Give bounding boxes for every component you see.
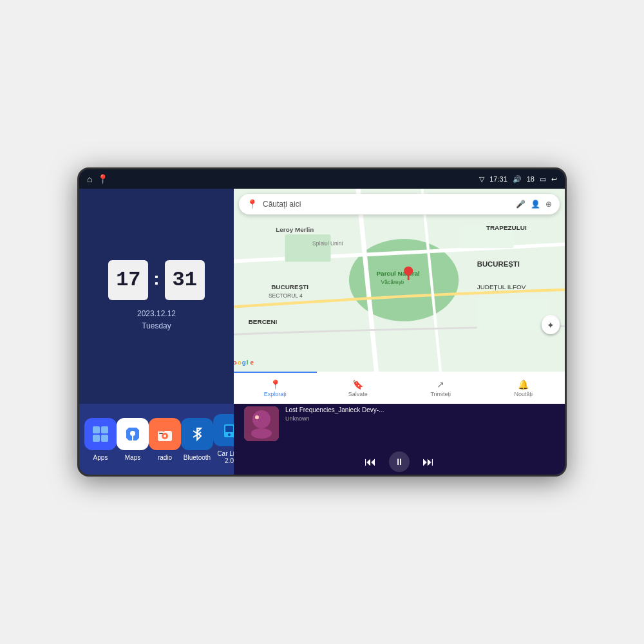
svg-text:BUCUREȘTI: BUCUREȘTI [271,283,308,290]
news-label: Noutăți [514,391,533,397]
svg-point-38 [251,428,272,439]
app-item-apps[interactable]: Apps [84,418,117,461]
svg-text:l: l [247,359,249,366]
bluetooth-label: Bluetooth [184,454,211,461]
music-player: Lost Frequencies_Janieck Devy-... Unknow… [234,404,565,475]
music-album-art [244,406,279,441]
apps-left: Apps Maps [79,414,234,464]
svg-text:TRAPEZULUI: TRAPEZULUI [486,224,527,231]
home-icon[interactable]: ⌂ [87,174,92,184]
svg-rect-31 [159,433,163,434]
svg-text:o: o [238,359,242,366]
map-search-text[interactable]: Căutați aici [263,200,511,209]
svg-text:o: o [234,359,237,366]
map-nav-saved[interactable]: 🔖 Salvate [317,372,400,404]
clock-panel: 17 : 31 2023.12.12 Tuesday [79,189,234,404]
clock-colon: : [153,269,159,289]
main-content: 17 : 31 2023.12.12 Tuesday 📍 Căutați aic… [79,189,565,404]
map-nav-news[interactable]: 🔔 Noutăți [482,372,565,404]
music-controls: ⏮ ⏸ ⏭ [244,451,554,472]
prev-button[interactable]: ⏮ [361,454,380,470]
svg-text:g: g [242,359,246,366]
explore-icon: 📍 [270,379,281,390]
svg-text:e: e [251,359,254,366]
app-item-radio[interactable]: FM radio [149,418,181,461]
svg-text:BUCUREȘTI: BUCUREȘTI [477,260,520,268]
radio-icon: FM [149,418,181,450]
map-container[interactable]: 📍 Căutați aici 🎤 👤 ⊕ [234,189,565,372]
svg-text:JUDEȚUL ILFOV: JUDEȚUL ILFOV [477,283,526,290]
status-right: ▽ 17:31 🔊 18 ▭ ↩ [479,175,557,184]
svg-rect-24 [101,426,108,433]
next-button[interactable]: ⏭ [419,454,438,470]
map-pin-icon: 📍 [247,199,258,209]
device-frame: ⌂ 📍 ▽ 17:31 🔊 18 ▭ ↩ 17 : 31 [77,167,567,477]
svg-text:Splaiul Unirii: Splaiul Unirii [312,240,343,247]
clock-minutes: 31 [165,260,205,300]
svg-point-30 [164,435,166,437]
status-left: ⌂ 📍 [87,174,108,184]
map-visual: Leroy Merlin Parcul Natural Văcărești BU… [234,189,565,372]
music-info: Lost Frequencies_Janieck Devy-... Unknow… [285,406,554,441]
svg-rect-25 [93,435,100,442]
svg-rect-23 [93,426,100,433]
battery-icon: ▭ [540,175,546,184]
svg-text:SECTORUL 4: SECTORUL 4 [269,292,303,299]
map-panel: 📍 Căutați aici 🎤 👤 ⊕ [234,189,565,404]
maps-app-icon [117,418,149,450]
svg-rect-34 [225,426,233,432]
music-top: Lost Frequencies_Janieck Devy-... Unknow… [244,406,554,441]
music-content: Lost Frequencies_Janieck Devy-... Unknow… [244,406,554,472]
svg-text:Parcul Natural: Parcul Natural [377,270,421,277]
explore-label: Explorați [264,391,287,397]
send-icon: ↗ [437,379,444,390]
date-info: 2023.12.12 Tuesday [137,308,176,332]
svg-rect-26 [101,435,108,442]
app-item-maps[interactable]: Maps [117,418,149,461]
signal-icon: ▽ [479,175,484,184]
apps-label: Apps [93,454,108,461]
back-icon[interactable]: ↩ [551,175,557,184]
map-nav-explore[interactable]: 📍 Explorați [234,372,317,404]
map-bottom-nav: 📍 Explorați 🔖 Salvate ↗ Trimiteți 🔔 Nout… [234,372,565,404]
music-title: Lost Frequencies_Janieck Devy-... [285,406,554,413]
screen: ⌂ 📍 ▽ 17:31 🔊 18 ▭ ↩ 17 : 31 [79,169,565,475]
map-account-icon[interactable]: 👤 [531,200,540,209]
svg-point-39 [255,415,259,419]
news-icon: 🔔 [518,379,529,390]
saved-icon: 🔖 [352,379,363,390]
svg-text:BERCENI: BERCENI [249,318,278,325]
svg-point-37 [252,410,270,428]
map-nav-send[interactable]: ↗ Trimiteți [399,372,482,404]
music-artist: Unknown [285,415,554,422]
svg-text:Leroy Merlin: Leroy Merlin [276,226,314,233]
map-layers-icon[interactable]: ⊕ [545,200,552,209]
svg-rect-2 [285,234,331,262]
map-search-bar[interactable]: 📍 Căutați aici 🎤 👤 ⊕ [239,194,560,214]
svg-point-35 [228,433,231,436]
svg-text:Văcărești: Văcărești [381,279,404,285]
send-label: Trimiteți [430,391,451,397]
battery-level: 18 [527,175,535,183]
maps-nav-icon[interactable]: 📍 [97,174,108,184]
volume-icon: 🔊 [513,175,522,184]
bluetooth-icon [181,418,213,450]
maps-label: Maps [125,454,140,461]
saved-label: Salvate [348,391,368,397]
svg-text:FM: FM [159,429,165,433]
play-pause-button[interactable]: ⏸ [389,451,410,472]
compass-button[interactable]: ✦ [542,316,560,334]
radio-label: radio [158,454,172,461]
svg-point-27 [130,431,135,436]
clock-day: Tuesday [137,320,176,332]
clock-date: 2023.12.12 [137,308,176,320]
map-voice-icon[interactable]: 🎤 [516,200,526,209]
svg-rect-4 [477,298,551,330]
app-item-bluetooth[interactable]: Bluetooth [181,418,213,461]
status-bar: ⌂ 📍 ▽ 17:31 🔊 18 ▭ ↩ [79,169,565,189]
clock-widget: 17 : 31 [108,260,204,300]
clock-hours: 17 [108,260,148,300]
apps-row: Apps Maps [79,404,565,475]
apps-icon [84,418,117,450]
time-display: 17:31 [489,175,507,183]
